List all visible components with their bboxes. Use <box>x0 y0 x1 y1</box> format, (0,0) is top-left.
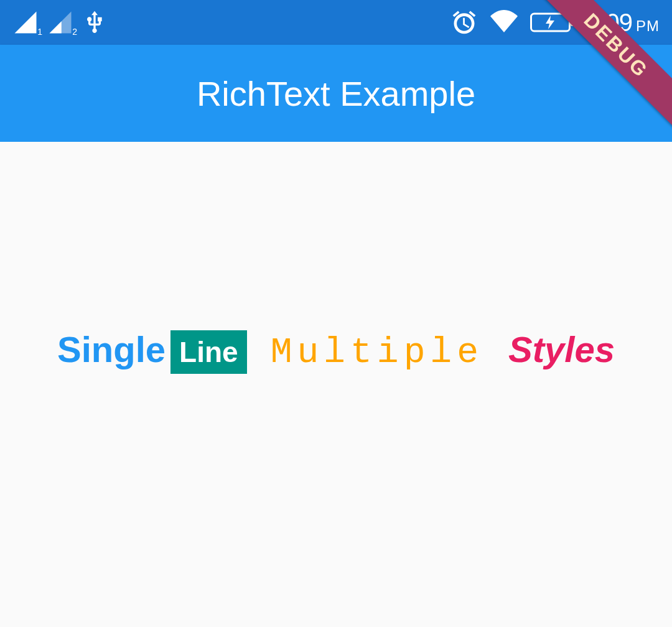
status-time: 7:09 PM <box>586 9 660 37</box>
time-value: 7:09 <box>586 9 632 37</box>
rich-text-line: Single Line Multiple Styles <box>57 328 615 374</box>
usb-icon <box>82 7 107 37</box>
page-title: RichText Example <box>197 73 475 114</box>
time-ampm: PM <box>636 17 660 35</box>
signal-1-sub: 1 <box>37 27 42 37</box>
segment-line: Line <box>170 330 247 374</box>
status-bar: 1 2 7:09 PM <box>0 0 672 45</box>
wifi-icon <box>489 10 519 35</box>
signal-2-sub: 2 <box>72 27 77 37</box>
app-bar: RichText Example <box>0 45 672 142</box>
segment-styles: Styles <box>508 328 615 370</box>
status-right: 7:09 PM <box>450 9 660 37</box>
segment-multiple: Multiple <box>271 332 483 373</box>
status-left: 1 2 <box>12 7 107 37</box>
cellular-signal-2-icon: 2 <box>47 9 73 35</box>
segment-single: Single <box>57 328 166 370</box>
body-area: Single Line Multiple Styles <box>0 142 672 627</box>
battery-charging-icon <box>530 12 575 33</box>
svg-rect-1 <box>571 19 574 26</box>
alarm-icon <box>450 9 478 36</box>
cellular-signal-1-icon: 1 <box>12 9 39 35</box>
